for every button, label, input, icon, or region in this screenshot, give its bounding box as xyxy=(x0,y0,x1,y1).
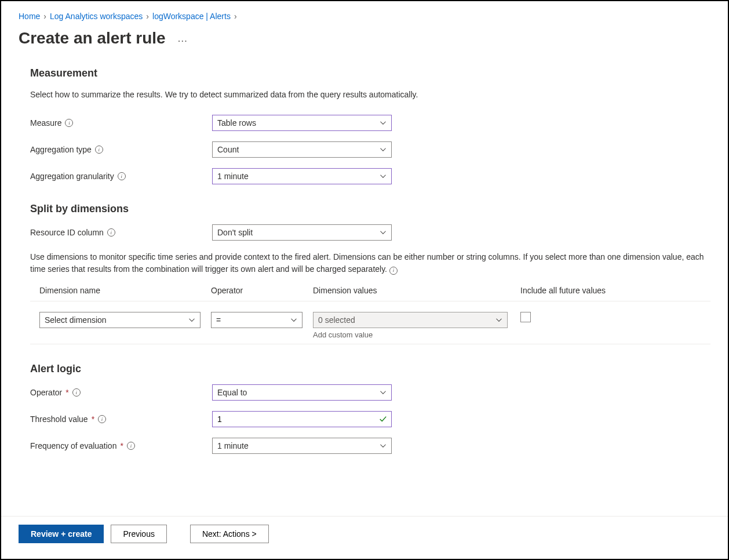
split-title: Split by dimensions xyxy=(30,203,710,215)
footer-bar: Review + create Previous Next: Actions > xyxy=(1,516,728,551)
operator-select[interactable]: Equal to xyxy=(212,384,392,401)
include-future-checkbox[interactable] xyxy=(520,312,531,322)
operator-value: Equal to xyxy=(217,388,247,397)
chevron-down-icon xyxy=(495,317,502,323)
chevron-right-icon: › xyxy=(43,12,46,21)
chevron-down-icon xyxy=(380,389,387,396)
page-title: Create an alert rule xyxy=(19,29,166,48)
threshold-label: Threshold value xyxy=(30,414,88,424)
col-operator: Operator xyxy=(211,286,313,295)
info-icon[interactable]: i xyxy=(65,119,73,127)
dimension-name-placeholder: Select dimension xyxy=(45,315,107,325)
aggtype-select[interactable]: Count xyxy=(212,141,392,158)
col-dimension-values: Dimension values xyxy=(313,286,520,295)
aggtype-value: Count xyxy=(217,145,239,154)
info-icon[interactable]: i xyxy=(127,442,135,450)
check-icon xyxy=(379,415,387,423)
dimension-row: Select dimension = 0 selected Add custom… xyxy=(30,301,710,344)
col-dimension-name: Dimension name xyxy=(39,286,211,295)
next-actions-button[interactable]: Next: Actions > xyxy=(190,525,269,543)
previous-button[interactable]: Previous xyxy=(111,525,166,543)
threshold-input[interactable] xyxy=(212,411,392,427)
frequency-select[interactable]: 1 minute xyxy=(212,438,392,454)
agggran-value: 1 minute xyxy=(217,172,249,181)
breadcrumb-alerts[interactable]: logWorkspace | Alerts xyxy=(152,12,231,21)
info-icon[interactable]: i xyxy=(118,172,126,180)
split-desc: Use dimensions to monitor specific time … xyxy=(30,251,710,275)
measurement-desc: Select how to summarize the results. We … xyxy=(30,89,710,101)
agggran-label: Aggregation granularity xyxy=(30,172,114,181)
dimension-operator-select[interactable]: = xyxy=(211,312,302,328)
info-icon[interactable]: i xyxy=(72,388,81,397)
dimension-values-placeholder: 0 selected xyxy=(318,315,355,325)
resourceid-label: Resource ID column xyxy=(30,228,104,237)
info-icon[interactable]: i xyxy=(389,267,398,275)
review-create-button[interactable]: Review + create xyxy=(19,525,104,543)
breadcrumb: Home › Log Analytics workspaces › logWor… xyxy=(19,12,710,21)
dimension-name-select[interactable]: Select dimension xyxy=(39,312,201,328)
measure-select[interactable]: Table rows xyxy=(212,115,392,131)
aggtype-label: Aggregation type xyxy=(30,145,92,154)
chevron-down-icon xyxy=(380,119,387,126)
resourceid-select[interactable]: Don't split xyxy=(212,224,392,241)
frequency-label: Frequency of evaluation xyxy=(30,441,116,450)
breadcrumb-workspaces[interactable]: Log Analytics workspaces xyxy=(50,12,143,21)
measurement-title: Measurement xyxy=(30,67,710,79)
chevron-down-icon xyxy=(188,317,195,323)
info-icon[interactable]: i xyxy=(98,415,106,423)
measure-label: Measure xyxy=(30,118,61,128)
col-include-future: Include all future values xyxy=(520,286,710,295)
operator-label: Operator xyxy=(30,388,62,397)
more-actions-icon[interactable]: … xyxy=(177,32,188,45)
info-icon[interactable]: i xyxy=(95,146,103,154)
dimension-operator-value: = xyxy=(216,315,221,325)
info-icon[interactable]: i xyxy=(107,228,115,237)
frequency-value: 1 minute xyxy=(217,441,249,450)
measure-value: Table rows xyxy=(217,118,256,128)
alert-logic-title: Alert logic xyxy=(30,363,710,375)
dimension-values-select[interactable]: 0 selected xyxy=(313,312,508,328)
chevron-down-icon xyxy=(380,442,387,449)
agggran-select[interactable]: 1 minute xyxy=(212,168,392,184)
dimensions-header: Dimension name Operator Dimension values… xyxy=(30,282,710,301)
chevron-down-icon xyxy=(380,173,387,180)
chevron-right-icon: › xyxy=(234,12,237,21)
add-custom-value-link[interactable]: Add custom value xyxy=(313,330,508,339)
chevron-down-icon xyxy=(380,229,387,236)
breadcrumb-home[interactable]: Home xyxy=(19,12,40,21)
chevron-down-icon xyxy=(380,146,387,153)
chevron-down-icon xyxy=(290,317,297,323)
chevron-right-icon: › xyxy=(146,12,149,21)
resourceid-value: Don't split xyxy=(217,228,253,237)
